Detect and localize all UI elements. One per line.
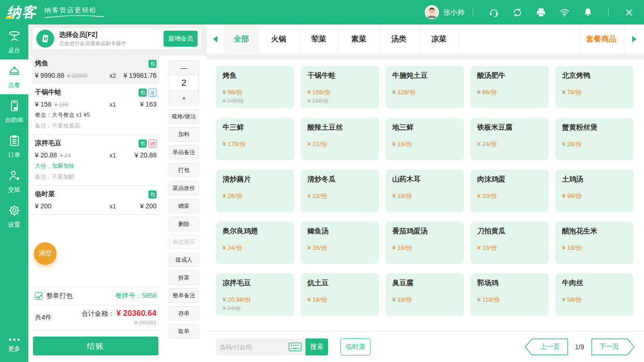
menu-item-card[interactable]: 烤鱼 ¥ 98/份 ¥ 108/份 xyxy=(216,66,294,108)
menu-item-card[interactable]: 奥尔良鸡翅 ¥ 24/份 xyxy=(216,222,294,264)
dish-name: 烤鱼 xyxy=(223,71,288,80)
menu-item-card[interactable]: 酸汤肥牛 ¥ 66/份 xyxy=(471,66,549,108)
tab-all[interactable]: 全部 xyxy=(224,25,259,54)
tab-meat[interactable]: 荤菜 xyxy=(299,25,339,54)
cart-item[interactable]: 凉拌毛豆 包 赠 ¥ 20.88 ¥ 24 x1 ¥ 20.88 xyxy=(32,135,159,186)
dish-name: 蟹黄粉丝煲 xyxy=(562,123,627,132)
menu-item-card[interactable]: 牛肉丝 ¥ 58/份 xyxy=(555,273,634,316)
cart-item-name: 干锅牛蛙 xyxy=(35,88,61,97)
menu-item-card[interactable]: 地三鲜 ¥ 18/份 xyxy=(386,118,464,160)
sidebar-item-self-order[interactable]: 自助单 xyxy=(0,94,28,129)
commission-person-button[interactable]: 提成人 xyxy=(169,253,199,267)
pack-badge: 包 xyxy=(139,89,147,97)
qty-minus-button[interactable]: — xyxy=(169,61,198,75)
gift-badge: 赠 xyxy=(149,140,157,148)
sidebar-item-shift[interactable]: 交班 xyxy=(0,164,28,199)
spec-method-button[interactable]: 规格/做法 xyxy=(169,109,199,123)
menu-item-card[interactable]: 蟹黄粉丝煲 ¥ 28/份 xyxy=(555,118,634,160)
menu-item-card[interactable]: 干锅牛蛙 ¥ 158/份 ¥ 168/份 xyxy=(301,66,379,108)
table-tag-number: 5858 xyxy=(142,292,157,299)
retrieve-order-button[interactable]: 取单 xyxy=(169,324,199,338)
dish-name: 臭豆腐 xyxy=(392,279,457,288)
table-tag: 餐牌号：5858 xyxy=(116,292,157,300)
menu-item-card[interactable]: 刀拍黄瓜 ¥ 18/份 xyxy=(471,222,549,264)
menu-item-card[interactable]: 北京烤鸭 ¥ 78/份 xyxy=(555,66,634,108)
menu-item-card[interactable]: 郭场鸡 ¥ 118/份 xyxy=(471,273,549,316)
menu-item-card[interactable]: 清炒冬瓜 ¥ 22/份 xyxy=(301,170,379,212)
menu-item-card[interactable]: 鲫鱼汤 ¥ 36/份 xyxy=(301,222,379,264)
item-count: 共4件 xyxy=(35,313,52,322)
tab-cold-dish[interactable]: 凉菜 xyxy=(419,25,459,54)
dish-price: ¥ 78/份 xyxy=(562,88,627,97)
tab-hotpot[interactable]: 火锅 xyxy=(259,25,299,54)
cart-list: 烤鱼 包 ¥ 9990.88 ¥ 10000 x2 ¥ 19981.76 xyxy=(32,56,159,362)
menu-item-card[interactable]: 清炒藕片 ¥ 26/份 xyxy=(216,170,294,212)
split-dish-button[interactable]: 拆菜 xyxy=(169,271,199,285)
customer-service-icon[interactable] xyxy=(488,7,499,18)
cart-item[interactable]: 临时菜 包 ¥ 200 x1 ¥ 200 xyxy=(32,186,159,215)
cart-item[interactable]: 烤鱼 包 ¥ 9990.88 ¥ 10000 x2 ¥ 19981.76 xyxy=(32,56,159,84)
order-note-button[interactable]: 整单备注 xyxy=(169,288,199,303)
qty-plus-button[interactable]: + xyxy=(169,91,198,105)
sidebar-item-more[interactable]: 更多 xyxy=(0,330,28,357)
search-button[interactable]: 搜索 xyxy=(305,338,328,355)
dish-name: 酸辣土豆丝 xyxy=(307,123,372,132)
menu-item-card[interactable]: 醋泡花生米 ¥ 18/份 xyxy=(555,222,634,264)
menu-item-card[interactable]: 番茄鸡蛋汤 ¥ 18/份 xyxy=(386,222,464,264)
dish-price: ¥ 18/份 xyxy=(392,140,457,148)
save-order-button[interactable]: 存单 xyxy=(169,306,199,321)
sidebar-item-settings[interactable]: 设置 xyxy=(0,199,28,234)
dish-price: ¥ 18/份 xyxy=(562,244,627,252)
menu-item-card[interactable]: 山药木耳 ¥ 18/份 xyxy=(386,170,464,212)
next-page-button[interactable]: 下一页 xyxy=(591,338,635,355)
add-member-button[interactable]: 新增会员 xyxy=(164,31,198,47)
cart-item-price: ¥ 158 xyxy=(35,100,51,108)
sidebar-item-orders[interactable]: 订单 xyxy=(0,129,28,164)
menu-item-card[interactable]: 肉沫鸡蛋 ¥ 20/份 xyxy=(471,170,549,212)
bell-icon[interactable] xyxy=(582,7,594,18)
menu-item-card[interactable]: 凉拌毛豆 ¥ 20.88/份 ¥ 24/份 xyxy=(216,273,294,316)
pack-whole-order-checkbox[interactable] xyxy=(35,292,42,300)
cart-item-note: 备注：不要放葱花 xyxy=(35,122,157,130)
sidebar-item-ordering[interactable]: 点餐 xyxy=(0,59,28,94)
cart-item[interactable]: 干锅牛蛙 包 改 ¥ 158 ¥ 168 x1 ¥ 163 餐 xyxy=(32,84,159,135)
menu-item-card[interactable]: 牛腩炖土豆 ¥ 128/份 xyxy=(386,66,464,108)
keyboard-icon[interactable] xyxy=(289,342,302,352)
gift-dish-button[interactable]: 赠菜 xyxy=(169,199,199,213)
sidebar-item-tables[interactable]: 桌台 xyxy=(0,25,28,59)
printer-icon[interactable] xyxy=(535,7,546,18)
cart-item-qty: x1 xyxy=(109,203,116,210)
menu-item-card[interactable]: 酸辣土豆丝 ¥ 22/份 xyxy=(301,118,379,160)
self-order-phone-icon xyxy=(8,99,21,114)
clear-cart-button[interactable]: 清空 xyxy=(34,242,57,265)
prev-page-button[interactable]: 上一页 xyxy=(525,338,568,355)
dish-price: ¥ 20.88/份 xyxy=(223,296,288,304)
member-select-card[interactable]: 选择会员[F2] 点击进行会员搜索或刷卡操作 新增会员 xyxy=(32,27,202,50)
menu-item-card[interactable]: 臭豆腐 ¥ 18/份 xyxy=(386,273,464,316)
checkout-button[interactable]: 结账 xyxy=(33,337,158,355)
menu-item-card[interactable]: 铁板米豆腐 ¥ 24/份 xyxy=(471,118,549,160)
avatar[interactable] xyxy=(425,5,439,19)
sync-icon[interactable] xyxy=(512,7,523,18)
delete-button[interactable]: 删除 xyxy=(169,217,199,231)
table-icon xyxy=(8,30,21,44)
tabs-scroll-left-button[interactable] xyxy=(206,25,224,54)
menu-item-card[interactable]: 炕土豆 ¥ 18/份 xyxy=(301,273,379,316)
close-icon[interactable] xyxy=(623,7,635,18)
barcode-input-box[interactable] xyxy=(216,338,305,355)
tab-soup[interactable]: 汤类 xyxy=(379,25,419,54)
barcode-input[interactable] xyxy=(220,344,289,351)
item-note-button[interactable]: 单品备注 xyxy=(169,145,199,159)
tab-combo-products[interactable]: 套餐商品 xyxy=(579,25,624,54)
tab-vegetable[interactable]: 素菜 xyxy=(339,25,379,54)
pack-button[interactable]: 打包 xyxy=(169,163,199,177)
wifi-icon[interactable] xyxy=(559,7,570,18)
add-ingredient-button[interactable]: 加料 xyxy=(169,127,199,141)
temp-dish-button[interactable]: 临时菜 xyxy=(340,338,371,355)
tabs-scroll-right-button[interactable] xyxy=(624,25,644,54)
change-price-button[interactable]: 菜品改价 xyxy=(169,181,199,195)
menu-item-card[interactable]: 土鸡汤 ¥ 98/份 xyxy=(555,170,634,212)
cart-item-name: 凉拌毛豆 xyxy=(35,139,61,148)
dish-price: ¥ 28/份 xyxy=(562,140,627,148)
menu-item-card[interactable]: 牛三鲜 ¥ 178/份 xyxy=(216,118,294,160)
